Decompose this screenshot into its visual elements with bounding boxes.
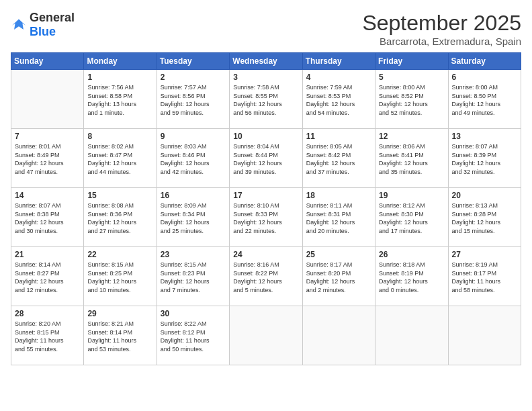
calendar-cell: 24Sunrise: 8:16 AM Sunset: 8:22 PM Dayli… (230, 247, 302, 306)
day-number: 9 (161, 132, 226, 141)
day-info: Sunrise: 8:14 AM Sunset: 8:27 PM Dayligh… (15, 261, 80, 294)
day-info: Sunrise: 8:15 AM Sunset: 8:25 PM Dayligh… (87, 261, 152, 294)
calendar-cell: 23Sunrise: 8:15 AM Sunset: 8:23 PM Dayli… (157, 247, 229, 306)
day-info: Sunrise: 8:03 AM Sunset: 8:46 PM Dayligh… (161, 142, 226, 176)
day-info: Sunrise: 8:22 AM Sunset: 8:12 PM Dayligh… (161, 320, 226, 353)
day-info: Sunrise: 7:59 AM Sunset: 8:53 PM Dayligh… (306, 83, 371, 117)
day-number: 1 (87, 73, 152, 82)
weekday-header-wednesday: Wednesday (230, 53, 302, 70)
calendar-table: SundayMondayTuesdayWednesdayThursdayFrid… (11, 52, 521, 365)
calendar-cell: 14Sunrise: 8:07 AM Sunset: 8:38 PM Dayli… (11, 188, 84, 247)
calendar-week-row: 14Sunrise: 8:07 AM Sunset: 8:38 PM Dayli… (11, 188, 521, 247)
calendar-cell: 7Sunrise: 8:01 AM Sunset: 8:49 PM Daylig… (11, 129, 84, 188)
weekday-header-sunday: Sunday (11, 53, 84, 70)
day-number: 22 (87, 250, 152, 259)
calendar-cell: 30Sunrise: 8:22 AM Sunset: 8:12 PM Dayli… (157, 306, 229, 365)
day-info: Sunrise: 8:18 AM Sunset: 8:19 PM Dayligh… (379, 261, 444, 294)
day-info: Sunrise: 8:19 AM Sunset: 8:17 PM Dayligh… (452, 261, 517, 294)
logo: General Blue (11, 11, 75, 39)
calendar-cell: 5Sunrise: 8:00 AM Sunset: 8:52 PM Daylig… (375, 70, 448, 129)
calendar-cell: 10Sunrise: 8:04 AM Sunset: 8:44 PM Dayli… (230, 129, 302, 188)
day-number: 14 (15, 191, 80, 200)
calendar-cell: 13Sunrise: 8:07 AM Sunset: 8:39 PM Dayli… (448, 129, 521, 188)
calendar-cell: 2Sunrise: 7:57 AM Sunset: 8:56 PM Daylig… (157, 70, 229, 129)
day-number: 16 (161, 191, 226, 200)
day-info: Sunrise: 8:12 AM Sunset: 8:30 PM Dayligh… (379, 201, 444, 235)
day-info: Sunrise: 8:02 AM Sunset: 8:47 PM Dayligh… (87, 142, 152, 176)
day-number: 4 (306, 73, 371, 82)
day-number: 18 (306, 191, 371, 200)
day-info: Sunrise: 7:57 AM Sunset: 8:56 PM Dayligh… (161, 83, 226, 117)
day-number: 26 (379, 250, 444, 259)
weekday-header-monday: Monday (84, 53, 157, 70)
day-info: Sunrise: 8:07 AM Sunset: 8:39 PM Dayligh… (452, 142, 517, 176)
calendar-cell: 22Sunrise: 8:15 AM Sunset: 8:25 PM Dayli… (84, 247, 157, 306)
calendar-cell: 29Sunrise: 8:21 AM Sunset: 8:14 PM Dayli… (84, 306, 157, 365)
calendar-cell: 18Sunrise: 8:11 AM Sunset: 8:31 PM Dayli… (302, 188, 375, 247)
day-number: 20 (452, 191, 517, 200)
calendar-cell: 11Sunrise: 8:05 AM Sunset: 8:42 PM Dayli… (302, 129, 375, 188)
day-info: Sunrise: 8:09 AM Sunset: 8:34 PM Dayligh… (161, 201, 226, 235)
month-title: September 2025 (362, 11, 521, 36)
day-info: Sunrise: 8:08 AM Sunset: 8:36 PM Dayligh… (87, 201, 152, 235)
calendar-week-row: 21Sunrise: 8:14 AM Sunset: 8:27 PM Dayli… (11, 247, 521, 306)
logo-general: General (30, 11, 75, 24)
calendar-cell: 19Sunrise: 8:12 AM Sunset: 8:30 PM Dayli… (375, 188, 448, 247)
day-number: 19 (379, 191, 444, 200)
day-number: 6 (452, 73, 517, 82)
day-number: 10 (233, 132, 298, 141)
calendar-week-row: 7Sunrise: 8:01 AM Sunset: 8:49 PM Daylig… (11, 129, 521, 188)
logo-blue: Blue (30, 25, 56, 38)
day-number: 12 (379, 132, 444, 141)
day-info: Sunrise: 8:13 AM Sunset: 8:28 PM Dayligh… (452, 201, 517, 235)
day-info: Sunrise: 7:56 AM Sunset: 8:58 PM Dayligh… (87, 83, 152, 117)
calendar-cell: 1Sunrise: 7:56 AM Sunset: 8:58 PM Daylig… (84, 70, 157, 129)
calendar-cell: 16Sunrise: 8:09 AM Sunset: 8:34 PM Dayli… (157, 188, 229, 247)
day-info: Sunrise: 8:11 AM Sunset: 8:31 PM Dayligh… (306, 201, 371, 235)
calendar-cell (375, 306, 448, 365)
day-info: Sunrise: 8:00 AM Sunset: 8:52 PM Dayligh… (379, 83, 444, 117)
day-number: 2 (161, 73, 226, 82)
weekday-header-row: SundayMondayTuesdayWednesdayThursdayFrid… (11, 53, 521, 70)
calendar-cell (448, 306, 521, 365)
day-info: Sunrise: 7:58 AM Sunset: 8:55 PM Dayligh… (233, 83, 298, 117)
calendar-week-row: 1Sunrise: 7:56 AM Sunset: 8:58 PM Daylig… (11, 70, 521, 129)
day-number: 17 (233, 191, 298, 200)
day-info: Sunrise: 8:05 AM Sunset: 8:42 PM Dayligh… (306, 142, 371, 176)
calendar-cell: 26Sunrise: 8:18 AM Sunset: 8:19 PM Dayli… (375, 247, 448, 306)
day-info: Sunrise: 8:00 AM Sunset: 8:50 PM Dayligh… (452, 83, 517, 117)
calendar-cell: 4Sunrise: 7:59 AM Sunset: 8:53 PM Daylig… (302, 70, 375, 129)
day-number: 21 (15, 250, 80, 259)
day-number: 23 (161, 250, 226, 259)
day-number: 25 (306, 250, 371, 259)
calendar-cell: 28Sunrise: 8:20 AM Sunset: 8:15 PM Dayli… (11, 306, 84, 365)
calendar-cell: 12Sunrise: 8:06 AM Sunset: 8:41 PM Dayli… (375, 129, 448, 188)
day-number: 29 (87, 309, 152, 318)
day-info: Sunrise: 8:20 AM Sunset: 8:15 PM Dayligh… (15, 320, 80, 353)
calendar-cell: 25Sunrise: 8:17 AM Sunset: 8:20 PM Dayli… (302, 247, 375, 306)
day-number: 27 (452, 250, 517, 259)
calendar-cell: 3Sunrise: 7:58 AM Sunset: 8:55 PM Daylig… (230, 70, 302, 129)
day-number: 5 (379, 73, 444, 82)
day-number: 11 (306, 132, 371, 141)
calendar-cell: 17Sunrise: 8:10 AM Sunset: 8:33 PM Dayli… (230, 188, 302, 247)
title-area: September 2025 Barcarrota, Extremadura, … (362, 11, 521, 47)
weekday-header-saturday: Saturday (448, 53, 521, 70)
logo-bird-icon (11, 18, 27, 32)
day-info: Sunrise: 8:16 AM Sunset: 8:22 PM Dayligh… (233, 261, 298, 294)
svg-marker-0 (12, 19, 26, 30)
day-number: 24 (233, 250, 298, 259)
location-subtitle: Barcarrota, Extremadura, Spain (362, 36, 521, 47)
day-info: Sunrise: 8:15 AM Sunset: 8:23 PM Dayligh… (161, 261, 226, 294)
day-number: 3 (233, 73, 298, 82)
day-info: Sunrise: 8:04 AM Sunset: 8:44 PM Dayligh… (233, 142, 298, 176)
calendar-cell: 20Sunrise: 8:13 AM Sunset: 8:28 PM Dayli… (448, 188, 521, 247)
day-info: Sunrise: 8:01 AM Sunset: 8:49 PM Dayligh… (15, 142, 80, 176)
header: General Blue September 2025 Barcarrota, … (11, 11, 521, 47)
calendar-cell (302, 306, 375, 365)
weekday-header-thursday: Thursday (302, 53, 375, 70)
calendar-cell: 15Sunrise: 8:08 AM Sunset: 8:36 PM Dayli… (84, 188, 157, 247)
calendar-cell: 21Sunrise: 8:14 AM Sunset: 8:27 PM Dayli… (11, 247, 84, 306)
weekday-header-friday: Friday (375, 53, 448, 70)
calendar-cell: 9Sunrise: 8:03 AM Sunset: 8:46 PM Daylig… (157, 129, 229, 188)
